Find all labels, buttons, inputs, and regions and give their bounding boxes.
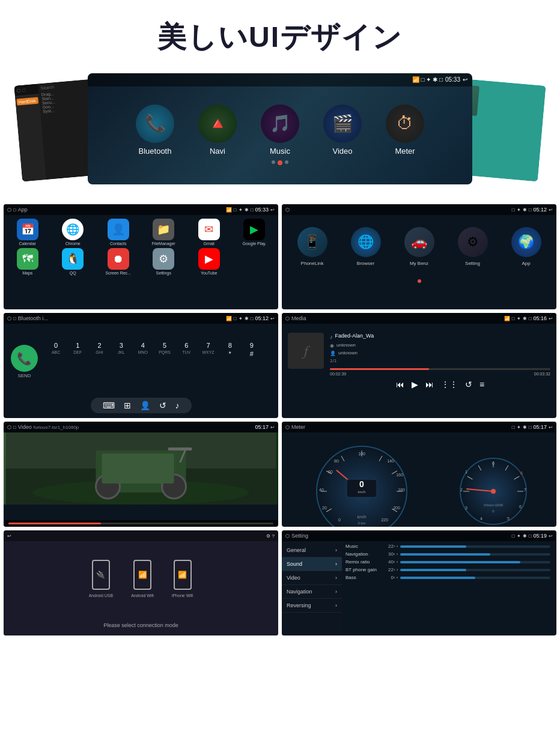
num-star[interactable]: * bbox=[220, 350, 240, 357]
media-controls: ⏮ ▶ ⏭ ⋮⋮ ↺ ≡ bbox=[330, 380, 550, 389]
settings-menu-sound[interactable]: Sound › bbox=[282, 557, 342, 571]
bt-arrow-left[interactable]: ‹ bbox=[394, 567, 395, 572]
settings-bass-arrows: ‹› bbox=[394, 575, 398, 580]
settings-music-slider[interactable] bbox=[400, 545, 550, 548]
svg-text:8: 8 bbox=[520, 471, 523, 475]
bt-arrow-right[interactable]: › bbox=[397, 567, 398, 572]
music-arrow-left[interactable]: ‹ bbox=[394, 544, 395, 549]
app-maps[interactable]: 🗺 Maps bbox=[6, 248, 49, 275]
video-progress-bar[interactable] bbox=[8, 523, 273, 524]
app-screen-title: App bbox=[18, 207, 28, 213]
settings-menu-video[interactable]: Video › bbox=[282, 571, 342, 585]
num-3[interactable]: 3 bbox=[111, 342, 132, 349]
bt-icon-2[interactable]: ⊞ bbox=[124, 401, 131, 410]
settings-bass-fill bbox=[400, 577, 475, 579]
num-9[interactable]: 9 bbox=[242, 342, 262, 349]
dot-3 bbox=[285, 160, 288, 164]
video-filename: furious7-tsr1_h1080p bbox=[34, 425, 79, 430]
app-qq[interactable]: 🐧 QQ bbox=[52, 248, 95, 275]
phonelink-status-bar: ⬡ □✦✱□ 05:12 ↩ bbox=[282, 204, 556, 215]
svg-point-55 bbox=[491, 489, 496, 494]
num-1[interactable]: 1 bbox=[67, 342, 88, 349]
hero-meter-label: Meter bbox=[395, 147, 415, 156]
svg-rect-6 bbox=[102, 453, 174, 484]
num-4[interactable]: 4 bbox=[133, 342, 153, 349]
album-name: unknown bbox=[338, 350, 358, 356]
media-progress-bar[interactable] bbox=[330, 368, 550, 370]
media-prev-btn[interactable]: ⏮ bbox=[396, 380, 404, 389]
app-gmail[interactable]: ✉ Gmail bbox=[187, 219, 231, 246]
hero-time: 05:33 bbox=[445, 76, 460, 83]
phonelink-app-setting[interactable]: ⚙ Setting bbox=[458, 227, 488, 266]
nav-arrow-right[interactable]: › bbox=[397, 551, 398, 557]
hero-app-music[interactable]: 🎵 Music bbox=[261, 105, 299, 156]
media-list-btn[interactable]: ≡ bbox=[479, 380, 484, 389]
connection-screen-cell: ↩ ⚙? 🔌 Android USB 📶 Android Wifi bbox=[4, 530, 278, 635]
app-settings[interactable]: ⚙ Settings bbox=[142, 248, 186, 275]
svg-text:200: 200 bbox=[393, 506, 400, 510]
settings-bt-slider[interactable] bbox=[400, 569, 550, 571]
hero-meter-icon: ⏱ bbox=[386, 105, 424, 143]
media-repeat-btn[interactable]: ↺ bbox=[465, 380, 472, 389]
phonelink-app-phonelink[interactable]: 📱 PhoneLink bbox=[297, 227, 327, 266]
bt-icon-4[interactable]: ↺ bbox=[159, 401, 166, 410]
speedometer-gauge: 60 40 20 0 80 100 140 160 180 200 220 0 … bbox=[306, 443, 418, 527]
app-screenrec[interactable]: ⏺ Screen Rec... bbox=[97, 248, 140, 275]
hero-app-navi[interactable]: 🔺 Navi bbox=[198, 105, 237, 156]
settings-label: Settings bbox=[156, 271, 171, 275]
settings-screen-title: Setting bbox=[291, 533, 308, 539]
settings-menu-general[interactable]: General › bbox=[282, 544, 342, 557]
app-contacts[interactable]: 👤 Contacts bbox=[97, 219, 140, 246]
connection-android-wifi[interactable]: 📶 Android Wifi bbox=[131, 560, 154, 598]
num-5[interactable]: 5 bbox=[154, 342, 175, 349]
bt-icon-1[interactable]: ⌨ bbox=[103, 401, 115, 410]
num-hash[interactable]: # bbox=[242, 350, 262, 357]
connection-iphone-wifi[interactable]: 📶 iPhone Wifi bbox=[172, 560, 193, 598]
phonelink-app-app[interactable]: 🌍 App bbox=[511, 227, 541, 266]
hero-app-bluetooth[interactable]: 📞 Bluetooth bbox=[136, 105, 174, 156]
num-2[interactable]: 2 bbox=[89, 342, 109, 349]
bass-arrow-left[interactable]: ‹ bbox=[394, 575, 395, 580]
media-next-btn[interactable]: ⏭ bbox=[425, 380, 434, 389]
settings-row-remix: Remix ratio 40 ‹› bbox=[345, 559, 553, 565]
dot-1 bbox=[272, 160, 275, 164]
hero-app-meter[interactable]: ⏱ Meter bbox=[386, 105, 424, 156]
app-globe-icon: 🌍 bbox=[511, 227, 541, 257]
remix-arrow-left[interactable]: ‹ bbox=[394, 559, 395, 565]
phonelink-app-mybenz[interactable]: 🚗 My Benz bbox=[404, 227, 434, 266]
phonelink-right-icons: □✦✱□ 05:12 ↩ bbox=[512, 207, 553, 213]
app-youtube[interactable]: ▶ YouTube bbox=[187, 248, 231, 275]
bass-arrow-right[interactable]: › bbox=[397, 575, 398, 580]
media-menu-btn[interactable]: ⋮⋮ bbox=[441, 380, 458, 389]
bt-icon-3[interactable]: 👤 bbox=[140, 401, 150, 410]
phonelink-app-browser[interactable]: 🌐 Browser bbox=[351, 227, 381, 266]
num-8[interactable]: 8 bbox=[220, 342, 240, 349]
settings-menu-navigation[interactable]: Navigation › bbox=[282, 585, 342, 599]
album-art: 𝑓 bbox=[288, 333, 324, 369]
app-calendar[interactable]: 📅 Calendar bbox=[6, 219, 49, 246]
meter-status-bar: ⬡ Meter □✦✱□ 05:17 ↩ bbox=[282, 422, 556, 432]
settings-nav-slider[interactable] bbox=[400, 553, 550, 556]
settings-reversing-arrow: › bbox=[335, 602, 337, 608]
app-chrome[interactable]: 🌐 Chrome bbox=[52, 219, 95, 246]
settings-remix-value: 40 bbox=[382, 559, 394, 565]
bt-icon-5[interactable]: ♪ bbox=[175, 401, 180, 410]
media-play-btn[interactable]: ▶ bbox=[412, 380, 418, 389]
bluetooth-status-bar: ⬡□ Bluetooth i... 📶□✦✱□ 05:12 ↩ bbox=[4, 313, 278, 324]
call-button[interactable]: 📞 bbox=[11, 345, 38, 372]
connection-android-usb[interactable]: 🔌 Android USB bbox=[89, 560, 113, 598]
remix-arrow-right[interactable]: › bbox=[397, 559, 398, 565]
num-6[interactable]: 6 bbox=[176, 342, 196, 349]
settings-bass-slider[interactable] bbox=[400, 577, 550, 579]
app-filemanager[interactable]: 📁 FileManager bbox=[142, 219, 186, 246]
num-0[interactable]: 0 bbox=[46, 342, 66, 349]
settings-remix-slider[interactable] bbox=[400, 561, 550, 563]
app-grid-container: 📅 Calendar 🌐 Chrome 👤 Contacts 📁 FileMan… bbox=[4, 215, 278, 279]
media-content: 𝑓 ♪ Faded-Alan_Wa ◉ unknown 👤 unknown 1/… bbox=[282, 324, 556, 398]
app-googleplay[interactable]: ▶ Google Play. bbox=[233, 219, 276, 246]
settings-menu-reversing[interactable]: Reversing › bbox=[282, 599, 342, 613]
music-arrow-right[interactable]: › bbox=[397, 544, 398, 549]
nav-arrow-left[interactable]: ‹ bbox=[394, 551, 395, 557]
num-7[interactable]: 7 bbox=[198, 342, 218, 349]
hero-app-video[interactable]: 🎬 Video bbox=[323, 105, 362, 156]
